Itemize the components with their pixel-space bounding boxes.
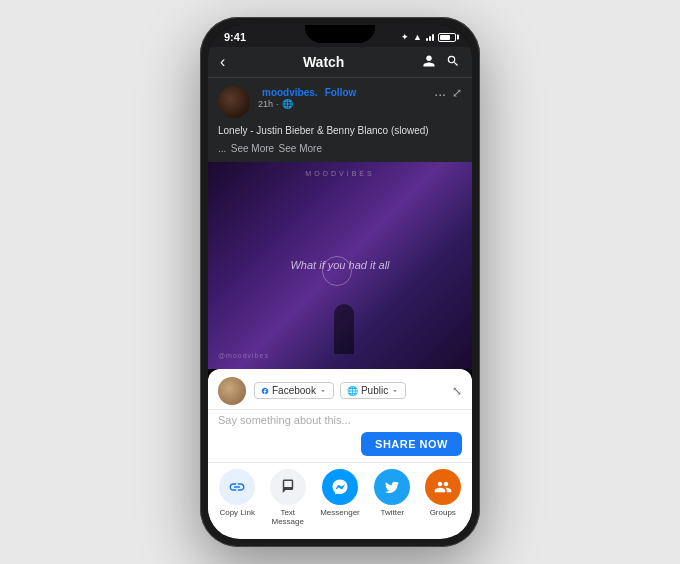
expand-icon[interactable]: ⤢ [452,86,462,100]
twitter-icon [384,479,400,495]
link-icon [228,478,246,496]
collapse-icon[interactable]: ⤡ [452,384,462,398]
text-message-icon-bg [270,469,306,505]
post-time: 21h · 🌐 [258,99,434,109]
search-icon[interactable] [446,54,460,71]
status-time: 9:41 [224,31,246,43]
bluetooth-icon: ✦ [401,32,409,42]
nav-icons [422,54,460,71]
groups-icon-bg [425,469,461,505]
copy-link-action[interactable]: Copy Link [219,469,255,527]
post-username: moodvibes. Follow [258,86,434,98]
video-silhouette [334,304,354,354]
text-message-action[interactable]: TextMessage [270,469,306,527]
video-watermark-top: MOODVIBES [305,170,374,177]
share-header: Facebook 🌐 Public ⤡ [208,369,472,410]
status-bar: 9:41 • • • ✦ ▲ [208,25,472,47]
share-panel: Facebook 🌐 Public ⤡ Say something about … [208,369,472,539]
notch [305,25,375,43]
phone-frame: 9:41 • • • ✦ ▲ ‹ Watch [200,17,480,547]
profile-icon[interactable] [422,54,436,71]
share-input-placeholder[interactable]: Say something about this... [208,410,472,432]
messenger-label: Messenger [320,508,360,518]
video-handle: @moodvibes [218,352,269,359]
post-header: moodvibes. Follow 21h · 🌐 ··· ⤢ [208,78,472,124]
video-lyric-text: What if you had it all [290,259,389,271]
avatar [218,86,250,118]
video-player[interactable]: MOODVIBES What if you had it all @moodvi… [208,162,472,369]
message-icon [279,478,297,496]
globe-icon: 🌐 [282,99,293,109]
copy-link-icon-bg [219,469,255,505]
nav-bar: ‹ Watch [208,47,472,78]
messenger-icon [331,478,349,496]
see-more-link[interactable]: See More [231,143,274,154]
share-controls: Facebook 🌐 Public [254,382,406,399]
wifi-icon: ▲ [413,32,422,42]
globe-small-icon: 🌐 [347,386,358,396]
share-avatar [218,377,246,405]
see-more-prefix: ... [218,143,226,154]
status-icons: ✦ ▲ [401,32,456,42]
page-title: Watch [225,54,422,70]
groups-label: Groups [430,508,456,518]
messenger-action[interactable]: Messenger [320,469,360,527]
battery-icon [438,33,456,42]
post-text: Lonely - Justin Bieber & Benny Blanco (s… [208,124,472,162]
public-label: Public [361,385,388,396]
follow-link[interactable]: Follow [325,87,357,98]
share-btn-row: SHARE NOW [208,432,472,462]
twitter-action[interactable]: Twitter [374,469,410,527]
facebook-label: Facebook [272,385,316,396]
post-options-button[interactable]: ··· [434,86,446,102]
facebook-dropdown[interactable]: Facebook [254,382,334,399]
copy-link-label: Copy Link [219,508,255,518]
groups-icon [434,478,452,496]
post-meta: moodvibes. Follow 21h · 🌐 [258,86,434,109]
share-now-button[interactable]: SHARE NOW [361,432,462,456]
post-text-content: Lonely - Justin Bieber & Benny Blanco (s… [218,124,462,138]
phone-screen: 9:41 • • • ✦ ▲ ‹ Watch [208,25,472,539]
text-message-label: TextMessage [271,508,303,527]
groups-action[interactable]: Groups [425,469,461,527]
see-more-row: ... See More See More [218,138,462,156]
messenger-icon-bg [322,469,358,505]
twitter-icon-bg [374,469,410,505]
see-more-text[interactable]: See More [279,143,322,154]
signal-bars [426,34,434,41]
actions-row: Copy Link TextMessage Messenger [208,462,472,535]
public-dropdown[interactable]: 🌐 Public [340,382,406,399]
twitter-label: Twitter [380,508,404,518]
